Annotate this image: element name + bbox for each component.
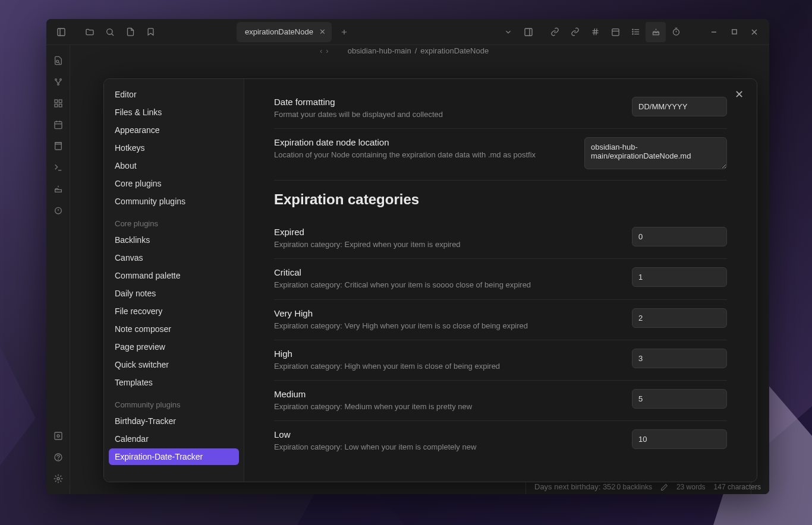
date-format-input[interactable] (632, 97, 727, 116)
svg-rect-42 (59, 104, 62, 107)
svg-point-23 (632, 34, 632, 34)
category-value-input[interactable] (632, 308, 727, 328)
active-tab[interactable]: expirationDateNode ✕ (237, 22, 332, 42)
svg-rect-40 (59, 100, 62, 103)
quick-switcher-icon[interactable] (46, 51, 70, 70)
category-value-input[interactable] (632, 389, 727, 409)
maximize-button[interactable] (724, 22, 744, 42)
settings-icon[interactable] (46, 469, 70, 488)
svg-point-54 (57, 435, 59, 437)
category-value-input[interactable] (632, 267, 727, 287)
svg-rect-4 (58, 29, 65, 36)
sidebar-item-calendar[interactable]: Calendar (109, 431, 239, 447)
outgoing-link-icon[interactable] (565, 22, 585, 42)
svg-rect-16 (612, 29, 618, 36)
setting-title: Expiration date node location (274, 137, 572, 147)
sidebar-item-backlinks[interactable]: Backlinks (109, 232, 239, 248)
status-words: 23 words (676, 483, 706, 491)
pencil-icon[interactable] (660, 483, 668, 491)
hash-icon[interactable] (585, 22, 605, 42)
svg-point-34 (55, 79, 57, 81)
birthday-icon[interactable] (46, 179, 70, 198)
timer-icon[interactable] (666, 22, 686, 42)
sidebar-item-editor[interactable]: Editor (109, 86, 239, 103)
folder-icon[interactable] (80, 22, 100, 42)
category-title: Medium (274, 389, 620, 399)
sidebar-item-file-recovery[interactable]: File recovery (109, 303, 239, 320)
minimize-button[interactable] (704, 22, 724, 42)
svg-line-38 (58, 80, 61, 83)
daily-note-icon[interactable] (46, 115, 70, 134)
category-title: Very High (274, 308, 620, 318)
sidebar-item-community-plugins[interactable]: Community plugins (109, 193, 239, 210)
sidebar-item-hotkeys[interactable]: Hotkeys (109, 140, 239, 156)
sidebar-section-core: Core plugins (109, 211, 239, 232)
svg-rect-48 (55, 143, 62, 144)
graph-icon[interactable] (46, 72, 70, 91)
svg-rect-10 (525, 29, 532, 36)
sidebar-item-files-links[interactable]: Files & Links (109, 104, 239, 121)
help-icon[interactable] (46, 448, 70, 467)
category-value-input[interactable] (632, 429, 727, 449)
category-desc: Expiration category: Very High when your… (274, 321, 620, 331)
sidebar-toggle-right-icon[interactable] (518, 22, 539, 42)
status-backlinks[interactable]: 0 backlinks (617, 483, 652, 491)
sidebar-item-command-palette[interactable]: Command palette (109, 267, 239, 284)
cake-icon[interactable] (646, 22, 666, 42)
chevron-down-icon[interactable] (498, 22, 518, 42)
close-modal-button[interactable]: ✕ (732, 87, 746, 102)
command-icon[interactable] (46, 158, 70, 177)
svg-rect-47 (55, 143, 62, 150)
file-icon[interactable] (120, 22, 140, 42)
sidebar-item-about[interactable]: About (109, 157, 239, 174)
template-icon[interactable] (46, 137, 70, 156)
sidebar-item-note-composer[interactable]: Note composer (109, 321, 239, 337)
setting-title: Date formatting (274, 97, 620, 107)
close-window-button[interactable] (744, 22, 764, 42)
search-icon[interactable] (100, 22, 120, 42)
sidebar-item-templates[interactable]: Templates (109, 374, 239, 391)
sidebar-toggle-left-icon[interactable] (51, 22, 71, 42)
links-icon[interactable] (545, 22, 565, 42)
close-tab-icon[interactable]: ✕ (319, 27, 326, 36)
category-value-input[interactable] (632, 349, 727, 368)
category-desc: Expiration category: Medium when your it… (274, 401, 620, 412)
sidebar-item-expiration-date-tracker[interactable]: Expiration-Date-Tracker (109, 448, 239, 465)
svg-line-14 (594, 29, 594, 35)
nav-back-icon[interactable]: ‹ (320, 46, 322, 55)
svg-rect-39 (55, 100, 58, 103)
node-location-input[interactable]: obsidian-hub-main/expirationDateNode.md (584, 137, 727, 169)
calendar-icon[interactable] (605, 22, 625, 42)
left-ribbon (46, 45, 70, 494)
bookmark-icon[interactable] (140, 22, 160, 42)
breadcrumb-root[interactable]: obsidian-hub-main (348, 46, 411, 55)
list-icon[interactable] (625, 22, 646, 42)
category-value-input[interactable] (632, 227, 727, 246)
category-title: Low (274, 429, 620, 439)
sidebar-item-core-plugins[interactable]: Core plugins (109, 175, 239, 192)
sidebar-item-canvas[interactable]: Canvas (109, 249, 239, 266)
nav-forward-icon[interactable]: › (326, 46, 328, 55)
svg-point-6 (107, 29, 112, 34)
sidebar-item-appearance[interactable]: Appearance (109, 122, 239, 138)
vault-icon[interactable] (46, 426, 70, 445)
sidebar-item-birthday-tracker[interactable]: Birthday-Tracker (109, 413, 239, 429)
sidebar-item-page-preview[interactable]: Page preview (109, 339, 239, 355)
settings-body: ✕ Date formatting Format your dates will… (244, 79, 757, 482)
breadcrumb-current[interactable]: expirationDateNode (420, 46, 489, 55)
svg-line-37 (56, 80, 58, 83)
sidebar-item-quick-switcher[interactable]: Quick switcher (109, 356, 239, 373)
category-desc: Expiration category: Critical when your … (274, 280, 620, 290)
canvas-icon[interactable] (46, 94, 70, 113)
svg-line-7 (112, 33, 114, 35)
svg-rect-41 (55, 104, 58, 107)
svg-point-35 (60, 79, 62, 81)
breadcrumb: ‹ › obsidian-hub-main / expirationDateNo… (320, 46, 489, 55)
setting-desc: Format your dates will be displayed and … (274, 109, 620, 120)
timer-ribbon-icon[interactable] (46, 201, 70, 220)
new-tab-icon[interactable] (334, 22, 354, 42)
category-desc: Expiration category: High when your item… (274, 361, 620, 372)
svg-rect-53 (55, 432, 62, 439)
sidebar-item-daily-notes[interactable]: Daily notes (109, 285, 239, 302)
svg-point-56 (58, 459, 59, 460)
